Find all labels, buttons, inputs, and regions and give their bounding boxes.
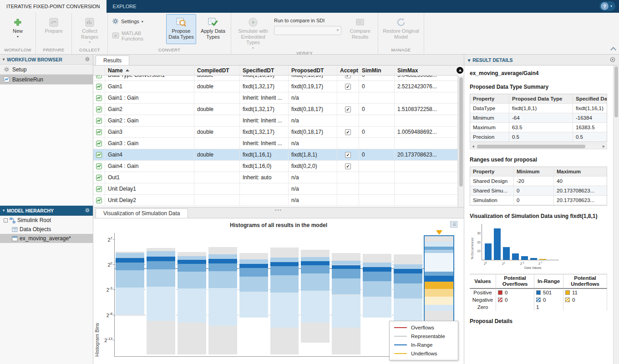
section-manage: Restore Original Model MANAGE: [378, 13, 424, 54]
tab-iterative-fixed-point-conversion[interactable]: ITERATIVE FIXED-POINT CONVERSION: [0, 0, 107, 13]
workflow-browser-header[interactable]: ▾ WORKFLOW BROWSER: [0, 55, 93, 65]
scrollbar-thumb[interactable]: [614, 66, 618, 117]
detail-column-header: Property: [470, 167, 514, 177]
panel-target-icon[interactable]: [610, 57, 615, 63]
results-vertical-scrollbar[interactable]: [458, 76, 464, 207]
summary-table: PropertyProposed Data TypeSpecified Data…: [470, 94, 607, 142]
workflow-item[interactable]: Setup: [0, 65, 93, 75]
hatched-blue-swatch: [536, 298, 541, 302]
tab-results[interactable]: Results: [96, 56, 129, 65]
compare-results-icon: [355, 16, 365, 28]
cell-compiled: double: [194, 126, 240, 137]
hatched-red-swatch: [498, 298, 502, 302]
tree-expander-icon[interactable]: -: [4, 218, 8, 222]
restore-original-model-button[interactable]: Restore Original Model: [381, 14, 421, 44]
center-panel: Results NameCompiledDTSpecifiedDTPropose…: [93, 55, 464, 364]
scrollbar-thumb[interactable]: [459, 77, 463, 187]
table-row[interactable]: Gain3doublefixdt(1,32,17)fixdt(0,18,17)✓…: [93, 126, 458, 138]
panel-gear-icon[interactable]: [85, 207, 90, 214]
accept-checkbox[interactable]: ✓: [345, 163, 351, 169]
results-table: NameCompiledDTSpecifiedDTProposedDTAccep…: [93, 66, 464, 207]
column-header-proposeddt[interactable]: ProposedDT: [289, 66, 337, 75]
tab-visualization[interactable]: Visualization of Simulation Data: [96, 208, 188, 218]
tree-item[interactable]: -Simulink Root: [0, 216, 93, 225]
result-icon: [93, 172, 105, 183]
model-hierarchy-header[interactable]: ▾ MODEL HIERARCHY: [0, 206, 93, 216]
scroll-to-top-button[interactable]: [457, 67, 463, 74]
cell-compiled: double: [194, 76, 240, 81]
table-row[interactable]: Gain2 : GainInherit: Inherit ...n/a: [93, 115, 458, 126]
values-cell: 501: [534, 289, 563, 296]
chart-properties-icon[interactable]: [450, 221, 457, 229]
table-row[interactable]: Gain1doublefixdt(1,32,17)fixdt(0,19,17)✓…: [93, 81, 458, 92]
histogram-segment: [270, 266, 299, 275]
cell-compiled: [194, 138, 240, 149]
column-header-name[interactable]: Name: [105, 66, 194, 75]
column-header-simmin[interactable]: SimMin: [359, 66, 395, 75]
cell-simmin: [359, 115, 395, 126]
matlab-functions-button[interactable]: fx MATLAB Functions: [111, 31, 164, 40]
table-row[interactable]: Gain3 : GainInherit: Inherit ...n/a: [93, 138, 458, 149]
scroll-right-arrow-icon[interactable]: [601, 144, 607, 149]
cell-compiled: double: [194, 104, 240, 115]
settings-button[interactable]: Settings ▾: [111, 17, 164, 26]
result-details-header[interactable]: ▾ RESULT DETAILS: [464, 55, 619, 66]
collect-ranges-button[interactable]: Collect Ranges ▾: [75, 14, 105, 45]
histogram-segment: [363, 267, 391, 272]
scroll-left-arrow-icon[interactable]: [470, 144, 476, 149]
table-row[interactable]: Out1Inherit: auton/a: [93, 172, 458, 183]
run-compare-combobox[interactable]: ▾: [274, 26, 341, 35]
panel-gear-icon[interactable]: [85, 56, 90, 63]
detail-cell: 0.5: [573, 132, 607, 142]
histogram-segment: [239, 259, 268, 264]
histogram-segment: [116, 258, 144, 263]
column-header-simmax[interactable]: SimMax: [395, 66, 458, 75]
results-tab-label: Results: [103, 57, 122, 64]
main-area: ▾ WORKFLOW BROWSER SetupBaselineRun ▾ MO…: [0, 55, 619, 364]
result-icon: [93, 115, 105, 126]
table-row[interactable]: Gain1 : GainInherit: Inherit ...n/a: [93, 92, 458, 104]
histogram-segment: [239, 264, 268, 268]
collapse-ribbon-icon[interactable]: [610, 47, 616, 53]
compare-results-button[interactable]: Compare Results: [345, 14, 375, 44]
accept-checkbox[interactable]: ✓: [345, 84, 351, 90]
splitter-handle[interactable]: •••: [275, 208, 282, 212]
table-row[interactable]: Unit Delay2n/a: [93, 195, 458, 206]
table-row[interactable]: Gain4doublefixdt(1,16,1)fixdt(1,8,1)✓020…: [93, 149, 458, 161]
cell-name: Unit Delay2: [105, 195, 194, 206]
table-row[interactable]: Gain2doublefixdt(1,32,17)fixdt(0,18,17)✓…: [93, 104, 458, 115]
column-header-compileddt[interactable]: CompiledDT: [194, 66, 240, 75]
help-button[interactable]: ? ▾: [599, 1, 615, 11]
tab-explore[interactable]: EXPLORE: [107, 0, 143, 13]
detail-column-header: Property: [470, 94, 509, 104]
cell-accept: ✓: [337, 126, 359, 137]
summary-heading: Proposed Data Type Summary: [470, 84, 608, 90]
table-row[interactable]: Data Type Conversion1doublefixdt(1,16,10…: [93, 76, 458, 81]
apply-data-types-button[interactable]: Apply Data Types: [198, 14, 228, 44]
model-hierarchy-panel: ▾ MODEL HIERARCHY -Simulink RootData Obj…: [0, 206, 93, 364]
details-vertical-scrollbar[interactable]: [613, 66, 619, 364]
table-row[interactable]: Gain4 : Gainfixdt(1,16,0)fixdt(0,2,0)✓: [93, 161, 458, 172]
selected-column-marker: [436, 230, 442, 235]
accept-checkbox[interactable]: ✓: [345, 106, 351, 112]
accept-checkbox[interactable]: ✓: [345, 76, 351, 78]
workflow-item[interactable]: BaselineRun: [0, 75, 93, 85]
section-label-manage: MANAGE: [381, 47, 421, 54]
tree-item[interactable]: ex_moving_average*: [0, 234, 93, 243]
scrollbar-thumb[interactable]: [477, 145, 585, 148]
column-header-specifieddt[interactable]: SpecifiedDT: [240, 66, 289, 75]
table-row[interactable]: Unit Delay1n/a: [93, 183, 458, 195]
column-header-accept[interactable]: Accept: [337, 66, 359, 75]
accept-checkbox[interactable]: ✓: [345, 129, 351, 135]
propose-data-types-button[interactable]: Propose Data Types: [166, 14, 196, 44]
simulate-embedded-button[interactable]: Simulate with Embedded Types ▾: [234, 14, 272, 51]
cell-simmax: 20.173708623...: [395, 149, 458, 160]
prepare-button[interactable]: Prepare: [39, 14, 69, 44]
y-tick-label: 27: [96, 236, 112, 243]
accept-checkbox[interactable]: ✓: [345, 152, 351, 158]
histogram-segment: [332, 278, 360, 294]
tree-item[interactable]: Data Objects: [0, 225, 93, 234]
summary-horizontal-scrollbar[interactable]: [470, 143, 607, 149]
column-header-icon: [93, 66, 105, 75]
new-button[interactable]: New ▾: [3, 14, 33, 44]
